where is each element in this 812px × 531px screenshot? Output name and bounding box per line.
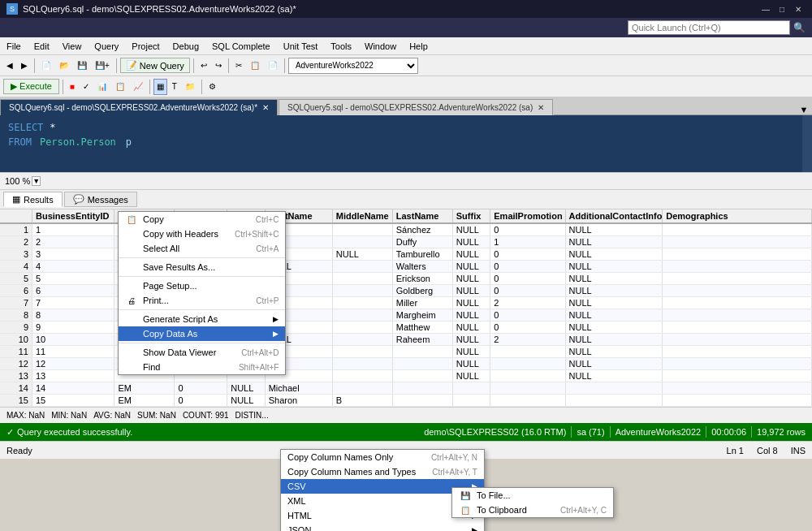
sub-csv-to-clipboard-label: To Clipboard (477, 505, 527, 515)
header-additionalcontactinfo: AdditionalContactInfo (566, 209, 663, 222)
sub-csv-to-file[interactable]: 💾 To File... (452, 488, 613, 503)
menu-view[interactable]: View (56, 37, 89, 54)
stat-count: COUNT: 991 (183, 411, 229, 420)
results-tabs: ▦ Results 💬 Messages (0, 190, 812, 209)
table-row[interactable]: 14 14 EM 0 NULL Michael (0, 382, 812, 395)
context-menu: 📋 Copy Ctrl+C Copy with Headers Ctrl+Shi… (118, 211, 286, 375)
copy-data-submenu: Copy Column Names Only Ctrl+Alt+Y, N Cop… (280, 449, 485, 531)
stat-sum: SUM: NaN (137, 411, 176, 420)
sub-csv-to-file-label: To File... (477, 490, 511, 500)
file-btn[interactable]: 📁 (182, 79, 198, 95)
undo-btn[interactable]: ↩ (197, 58, 210, 74)
back-btn[interactable]: ◀ (3, 58, 16, 74)
ctx-show-data-viewer[interactable]: Show Data Viewer Ctrl+Alt+D (119, 345, 285, 360)
stop-btn[interactable]: ■ (67, 79, 78, 95)
menu-edit[interactable]: Edit (28, 37, 56, 54)
zoom-dropdown[interactable]: ▼ (32, 176, 41, 186)
save-all-btn[interactable]: 💾+ (92, 58, 113, 74)
menu-project[interactable]: Project (125, 37, 166, 54)
ready-text: Ready (6, 446, 32, 455)
ctx-copy-headers[interactable]: Copy with Headers Ctrl+Shift+C (119, 227, 285, 241)
menu-file[interactable]: File (0, 37, 28, 54)
results-btn[interactable]: 📋 (112, 79, 128, 95)
sub-csv-to-clipboard[interactable]: 📋 To Clipboard Ctrl+Alt+Y, C (452, 503, 613, 517)
header-emailpromotion: EmailPromotion (490, 209, 565, 222)
sub-copy-col-names[interactable]: Copy Column Names Only Ctrl+Alt+Y, N (281, 450, 484, 464)
tab5-close[interactable]: ✕ (538, 103, 544, 112)
paste-btn[interactable]: 📄 (265, 58, 281, 74)
minimize-button[interactable]: — (758, 2, 773, 16)
editor-vertical-scrollbar[interactable] (802, 115, 812, 172)
to-file-icon: 💾 (459, 491, 472, 500)
execute-button[interactable]: ▶ Execute (3, 79, 59, 94)
open-btn[interactable]: 📂 (56, 58, 72, 74)
ctx-find-label: Find (143, 362, 160, 372)
table-row[interactable]: 15 15 EM 0 NULL Sharon B (0, 395, 812, 407)
ctx-find[interactable]: Find Shift+Alt+F (119, 360, 285, 374)
ctx-save-results-label: Save Results As... (143, 262, 215, 272)
quick-launch-input[interactable] (628, 20, 790, 35)
ctx-show-data-viewer-label: Show Data Viewer (143, 348, 216, 357)
menu-window[interactable]: Window (358, 37, 403, 54)
tab-query5[interactable]: SQLQuery5.sql - demo\SQLEXPRESS02.Advent… (279, 99, 553, 115)
scroll-tabs-icon[interactable]: ▼ (796, 105, 812, 115)
menu-query[interactable]: Query (88, 37, 125, 54)
ctx-generate-script[interactable]: Generate Script As ▶ (119, 312, 285, 326)
zoom-bar: 100 % ▼ (0, 172, 812, 190)
maximize-button[interactable]: □ (775, 2, 789, 16)
menu-help[interactable]: Help (403, 37, 434, 54)
stat-max: MAX: NaN (6, 411, 45, 420)
redo-btn[interactable]: ↪ (212, 58, 225, 74)
close-button[interactable]: ✕ (791, 2, 806, 16)
copy-btn[interactable]: 📋 (247, 58, 263, 74)
header-suffix: Suffix (453, 209, 491, 222)
header-businessentityid: BusinessEntityID (32, 209, 114, 222)
stats-btn[interactable]: 📈 (130, 79, 146, 95)
sub-copy-col-types-shortcut: Ctrl+Alt+Y, T (432, 468, 477, 477)
ctx-print-label: Print... (143, 296, 169, 305)
db-dropdown[interactable]: AdventureWorks2022 (288, 58, 418, 74)
editor-area[interactable]: SELECT * FROM Person.Person p (0, 115, 812, 172)
ctx-save-results[interactable]: Save Results As... (119, 260, 285, 274)
ctx-page-setup[interactable]: Page Setup... (119, 278, 285, 293)
menu-unit-test[interactable]: Unit Test (277, 37, 325, 54)
ctx-select-all-shortcut: Ctrl+A (256, 244, 279, 253)
tab-messages[interactable]: 💬 Messages (64, 192, 137, 207)
ctx-print[interactable]: 🖨 Print... Ctrl+P (119, 293, 285, 308)
sub-copy-col-types-label: Copy Column Names and Types (287, 467, 416, 477)
sub-xml-label: XML (287, 496, 306, 506)
status-message: Query executed successfully. (17, 427, 132, 437)
print-icon: 🖨 (125, 296, 138, 305)
display-btn[interactable]: 📊 (94, 79, 110, 95)
tab6-close[interactable]: ✕ (262, 103, 269, 112)
menu-tools[interactable]: Tools (324, 37, 358, 54)
status-checkmark-icon: ✓ (6, 427, 14, 438)
parse-btn[interactable]: ✓ (80, 79, 93, 95)
sub-copy-col-names-shortcut: Ctrl+Alt+Y, N (431, 453, 477, 462)
stat-min: MIN: NaN (51, 411, 87, 420)
cut-btn[interactable]: ✂ (232, 58, 245, 74)
new-query-button[interactable]: 📝 New Query (120, 58, 190, 73)
sub-copy-col-types[interactable]: Copy Column Names and Types Ctrl+Alt+Y, … (281, 464, 484, 479)
grid-btn[interactable]: ▦ (153, 79, 167, 95)
ctx-copy[interactable]: 📋 Copy Ctrl+C (119, 212, 285, 227)
forward-btn[interactable]: ▶ (18, 58, 31, 74)
new-file-btn[interactable]: 📄 (38, 58, 54, 74)
editor-select-star: * (50, 120, 55, 135)
status-rows: 19,972 rows (757, 427, 806, 437)
stat-distinct: DISTIN... (235, 411, 269, 420)
sub-json[interactable]: JSON ▶ (281, 523, 484, 531)
menu-debug[interactable]: Debug (166, 37, 205, 54)
text-btn[interactable]: T (169, 79, 180, 95)
title-bar: S SQLQuery6.sql - demo\SQLEXPRESS02.Adve… (0, 0, 812, 18)
tab-results[interactable]: ▦ Results (3, 192, 63, 207)
ctx-copy-data-as[interactable]: Copy Data As ▶ (119, 326, 285, 341)
new-query-icon: 📝 (126, 60, 137, 71)
status-bar-bottom: ✓ Query executed successfully. demo\SQLE… (0, 423, 812, 441)
tab-query6[interactable]: SQLQuery6.sql - demo\SQLEXPRESS02.Advent… (0, 99, 278, 115)
menu-sql-complete[interactable]: SQL Complete (205, 37, 277, 54)
toolbar-1: ◀ ▶ 📄 📂 💾 💾+ 📝 New Query ↩ ↪ ✂ 📋 📄 Adven… (0, 55, 812, 76)
settings-btn[interactable]: ⚙ (205, 79, 219, 95)
save-btn[interactable]: 💾 (74, 58, 90, 74)
ctx-select-all[interactable]: Select All Ctrl+A (119, 241, 285, 256)
